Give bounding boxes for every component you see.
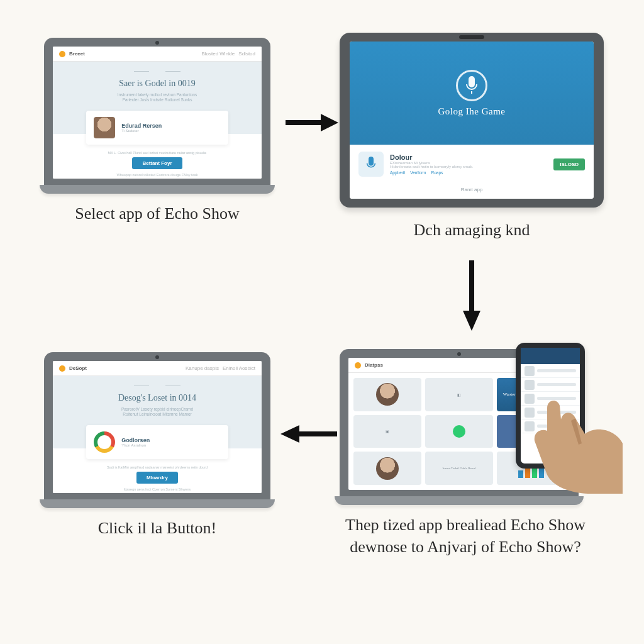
dashboard-tile[interactable]: ◧ (425, 378, 493, 411)
hero-title: Golog Ihe Game (438, 106, 506, 117)
nav-link[interactable]: —— (553, 362, 564, 368)
dashboard-tile[interactable]: Insunt Todstl Coble Brend (425, 452, 493, 485)
tab[interactable]: ——— (165, 68, 180, 74)
page-title: Desog's Loset in 0014 (118, 393, 196, 403)
brand-name: Dlatpss (365, 362, 383, 368)
step-caption: Click il la Button! (44, 517, 270, 539)
status-dot-icon (453, 425, 465, 438)
app-icon (358, 152, 384, 177)
profile-role: Yhon Asralnon (121, 443, 150, 447)
dashboard-tile[interactable] (497, 452, 565, 485)
tile-label: Insunt Todstl Coble Brend (443, 467, 476, 470)
step-1: Breeet Blosted Winkle Sdistod ——— ——— Sa… (44, 38, 270, 225)
camera-dot (155, 41, 159, 45)
app-name: Dolour (390, 153, 547, 161)
page-subtitle: PasrorotV Lasety repbid elrineepCramd (121, 407, 193, 412)
microphone-icon (456, 70, 487, 101)
primary-button[interactable]: Mloardry (136, 472, 178, 484)
page-subtitle: Roitenut Leinulrxsoat Mitsmne Mamer (123, 412, 191, 417)
camera-dot (457, 352, 461, 356)
footer-text: Ittaseqn aens hrdi Cperron Soment Shwens (124, 487, 191, 491)
nav-link[interactable]: Eninoll Aosbict (223, 365, 255, 371)
step-caption: Thep tized app brealiead Echo Show dewno… (340, 514, 591, 558)
app-link[interactable]: Roaps (431, 170, 443, 175)
brand-dot-icon (59, 365, 65, 372)
tile-title: Waoter Paroloing watts a Vaues (503, 392, 559, 397)
profile-card: Edurad Rersen Ti Sedeter (86, 111, 228, 145)
arrow-right-icon (283, 110, 340, 135)
brand-name: DeSopt (69, 365, 87, 371)
step-caption: Dch amaging knd (340, 219, 604, 241)
brand-dot-icon (355, 362, 361, 369)
nav-link[interactable]: —— (526, 362, 536, 368)
avatar-icon (376, 383, 399, 406)
browser-bar: Breeet Blosted Winkle Sdistod (53, 47, 262, 62)
nav-link[interactable]: Blosted Winkle (201, 51, 235, 57)
bar-chart-icon (518, 458, 544, 479)
profile-name: Edurad Rersen (121, 123, 162, 129)
tablet-device: Golog Ihe Game Dolour EXistreomtan Mi ly… (340, 33, 604, 208)
dashboard-grid: ◧ Waoter Paroloing watts a Vaues ▣ ◉ ◉ I… (348, 373, 570, 490)
browser-bar: DeSopt Kanupe daspis Eninoll Aosbict (53, 361, 262, 376)
arrow-down-icon (459, 258, 484, 333)
brand-name: Breeet (69, 51, 85, 57)
tabs: ——— ——— (134, 68, 180, 74)
dashboard-tile[interactable] (425, 415, 493, 448)
page-title: Saer is Godel in 0019 (119, 79, 195, 89)
tab[interactable]: ——— (165, 382, 180, 388)
dashboard-tile[interactable] (353, 452, 421, 485)
nav-link[interactable]: Sdistod (238, 51, 255, 57)
tablet-camera (459, 35, 484, 39)
app-hero: Golog Ihe Game (350, 42, 594, 145)
page-body: ——— ——— Saer is Godel in 0019 Instrument… (53, 62, 262, 179)
profile-role: Ti Sedeter (121, 129, 162, 133)
dashboard-tile[interactable] (353, 378, 421, 411)
page-subtitle: Instrument takely mollod revbon Pantunio… (118, 92, 197, 97)
profile-card: Godlorsen Yhon Asralnon (86, 425, 228, 459)
cta-caption: MA L. Civet hall Plond eed isrbot modcut… (108, 151, 207, 155)
cta-caption: Sudi is KalMirr amplhiud sadaanar mareei… (107, 465, 208, 469)
step-2: Golog Ihe Game Dolour EXistreomtan Mi ly… (340, 33, 604, 241)
browser-bar: Dlatpss —— —— —— (348, 358, 570, 373)
arrow-left-icon (277, 421, 340, 447)
dashboard-hero-tile[interactable]: Waoter Paroloing watts a Vaues (497, 378, 565, 411)
step-3: DeSopt Kanupe daspis Eninoll Aosbict ———… (44, 352, 270, 539)
avatar-icon (376, 457, 399, 480)
app-listing: Dolour EXistreomtan Mi lyisens Hidsniknc… (350, 145, 594, 183)
laptop-device: Breeet Blosted Winkle Sdistod ——— ——— Sa… (44, 38, 270, 194)
app-description: Hidsnikncata cadt hatin ta borrearyly al… (390, 165, 547, 169)
step-4: Dlatpss —— —— —— ◧ Waoter Paroloing watt… (340, 349, 610, 558)
primary-button[interactable]: Bettant Foyr (132, 157, 182, 169)
tab[interactable]: ——— (134, 68, 149, 74)
profile-name: Godlorsen (121, 437, 150, 443)
tabs: ——— ——— (134, 382, 180, 388)
chrome-like-icon (94, 431, 115, 453)
nav-link[interactable]: —— (540, 362, 550, 368)
laptop-device: Dlatpss —— —— —— ◧ Waoter Paroloing watt… (340, 349, 579, 505)
tablet-footer: Ramt app (350, 183, 594, 199)
app-link[interactable]: Venficrm (410, 170, 426, 175)
avatar (94, 117, 115, 138)
app-link[interactable]: Appberit (390, 170, 405, 175)
camera-dot (155, 355, 159, 359)
install-button[interactable]: ISLOSD (553, 158, 585, 170)
page-subtitle: Pariecter Josis Incisrte Rotionel Sunks (123, 97, 192, 103)
dashboard-tile[interactable]: ▣ (353, 415, 421, 448)
step-caption: Select app of Echo Show (44, 203, 270, 225)
brand-dot-icon (59, 51, 65, 57)
tab[interactable]: ——— (134, 382, 149, 388)
page-body: ——— ——— Desog's Loset in 0014 PasrorotV … (53, 376, 262, 493)
footer-text: Whoopap catsrol tolksted Exatrore disuge… (116, 173, 197, 177)
laptop-device: DeSopt Kanupe daspis Eninoll Aosbict ———… (44, 352, 270, 508)
nav-link[interactable]: Kanupe daspis (186, 365, 219, 371)
dashboard-tile[interactable]: ◉ ◉ (497, 415, 565, 448)
